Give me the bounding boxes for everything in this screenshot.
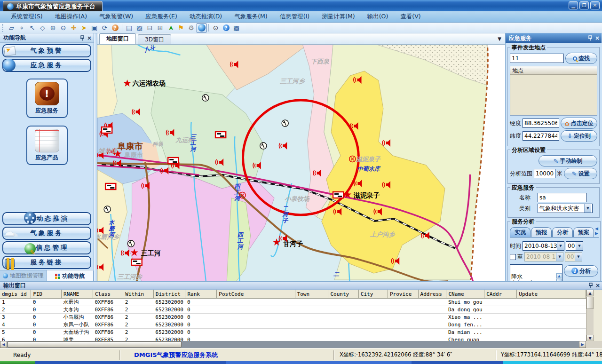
sidebar-item-top-0[interactable]: 气象预警 [2,44,91,57]
refresh-icon[interactable]: ⟳ [100,24,110,32]
minimize-button[interactable]: ▁ [569,1,578,9]
horizontal-scrollbar[interactable]: ◀ ▶ [0,341,602,348]
column-header-Town[interactable]: Town [295,290,328,299]
select-cursor-icon[interactable]: ↖ [27,24,37,32]
tab-map-view[interactable]: 地图窗口 [99,33,136,44]
menu-item-system[interactable]: 系统管理(S) [5,12,49,22]
layers-icon[interactable]: ▤ [124,24,134,32]
pin-icon[interactable] [588,35,593,41]
sidebar-item-bottom-1[interactable]: 气象服务 [2,227,91,240]
big-button-0[interactable]: !应急服务 [26,79,68,118]
chevron-down-icon[interactable]: ▼ [584,204,591,213]
close-panel-icon[interactable]: × [595,283,600,288]
sidebar-item-bottom-3[interactable]: 服务链接 [2,256,91,269]
scroll-left-icon[interactable]: ◀ [0,341,7,348]
scroll-down-icon[interactable]: ▼ [586,335,594,341]
scroll-thumb[interactable] [8,341,182,348]
help-icon[interactable] [221,24,231,32]
service-name-input[interactable] [538,193,587,202]
service-type-select[interactable]: 气象和洪水灾害 ▼ [538,204,593,213]
column-header-RNAME[interactable]: RNAME [62,290,93,299]
column-header-Provice[interactable]: Provice [388,290,418,299]
longitude-input[interactable] [523,119,559,128]
menu-item-view[interactable]: 查看(V) [394,12,427,22]
menu-item-dynamic-deduction[interactable]: 动态推演(D) [183,12,228,22]
column-header-City[interactable]: City [358,290,388,299]
sidebar-item-bottom-2[interactable]: 信息管理 [2,241,91,254]
menu-item-emergency-service[interactable]: 应急服务(E) [139,12,183,22]
deselect-icon[interactable]: ◇ [38,24,48,32]
chevron-down-icon[interactable]: ▼ [576,242,583,250]
menu-item-weather-service[interactable]: 气象服务(M) [228,12,274,22]
chevron-down-icon[interactable]: ▼ [557,242,564,250]
goto-location-button[interactable]: ⇩ 定位到 [561,130,597,142]
menu-item-info-management[interactable]: 信息管理(I) [274,12,316,22]
pan-icon[interactable]: ✚ [69,24,79,32]
column-header-PostCode[interactable]: PostCode [217,290,295,299]
column-header-County[interactable]: County [328,290,358,299]
table-row[interactable]: 30小马厩沟0XFF8626523020000Xiao ma ... [0,314,586,321]
scroll-right-icon[interactable]: ▶ [579,341,586,348]
column-header-Within[interactable]: Within [123,290,153,299]
tab-3d-view[interactable]: 3D窗口 [138,34,171,44]
north-arrow-icon[interactable]: ➤ [166,23,175,33]
export-map-icon[interactable]: ▨ [135,24,144,32]
date-select[interactable]: 2010-08-13 ▼ [523,241,564,251]
print-preview-icon[interactable]: ⊞ [155,24,165,32]
set-range-button[interactable]: ✎ 设置 [564,168,597,179]
vertical-scrollbar[interactable]: ▲ ▼ [586,290,594,341]
table-row[interactable]: 10水磨沟0XFF8626523020000Shui mo gou [0,299,586,306]
big-button-1[interactable]: 应急产品 [26,126,68,165]
table-row[interactable]: 20大冬沟0XFF8626523020000Da dong gou [0,306,586,314]
scroll-thumb[interactable] [586,297,594,309]
menu-item-map-ops[interactable]: 地图操作(A) [49,12,93,22]
tab-scroll-arrows[interactable]: ◀ ▶ [595,226,599,237]
column-header-FID[interactable]: FID [31,290,62,299]
column-header-dmgis_id[interactable]: dmgis_id [0,290,31,299]
tab-forecast[interactable]: 预报 [531,227,552,237]
settings-icon[interactable]: ⚙ [186,24,196,32]
globe-icon[interactable] [197,24,206,32]
menu-item-weather-warning[interactable]: 气象预警(W) [93,12,139,22]
pointer-icon[interactable]: ➤ [79,24,89,32]
range-input[interactable] [534,169,555,178]
zoom-out-icon[interactable]: ⊖ [58,24,68,32]
column-header-CAddr[interactable]: CAddr [484,290,517,299]
full-extent-icon[interactable]: ▣ [89,24,99,32]
click-locate-button[interactable]: ⌂ 点击定位 [561,118,597,129]
tab-analysis[interactable]: 分析 [552,227,573,237]
zoom-in-icon[interactable]: ⊕ [48,24,58,32]
sidebar-item-bottom-0[interactable]: 动态推演 [2,212,91,225]
column-header-District[interactable]: District [153,290,185,299]
sidebar-item-top-1[interactable]: 应急服务 [2,59,91,72]
latitude-input[interactable] [523,131,559,141]
menu-item-measure-calc[interactable]: 测量计算(M) [316,12,361,22]
column-header-Rank[interactable]: Rank [185,290,217,299]
close-button[interactable]: ✕ [590,1,600,9]
scroll-up-icon[interactable]: ▲ [586,290,594,296]
to-checkbox[interactable] [510,254,516,260]
search-button[interactable]: 查找 [565,53,597,64]
map-canvas[interactable]: 八斗六运湖农场三工河乡下西泉九运街阜康市种场城关镇阜康市滋泥泉子中葡水库小泉牧场… [97,45,505,281]
tab-plan[interactable]: 预案 [573,227,594,237]
start-button-edge[interactable] [0,361,35,364]
pin-icon[interactable] [80,35,85,41]
pin-icon[interactable] [588,283,593,288]
date2-select[interactable]: 2010-08-13 ▼ [524,252,563,261]
list-column-header[interactable]: 地点 [510,66,597,75]
tab-live[interactable]: 实况 [510,227,531,237]
element-list[interactable]: 降水 空气温度 ▲ [510,264,562,281]
placemark-icon[interactable]: ⚑ [176,24,186,32]
column-header-CName[interactable]: CName [446,290,484,299]
measure-icon[interactable]: ▱ [7,24,16,32]
exit-icon[interactable]: ▩ [231,24,241,32]
map-tab-dropdown-icon[interactable]: ▼ [498,36,501,41]
column-header-Address[interactable]: Address [418,290,446,299]
table-row[interactable]: 40东风一小队0XFF8626523020000Dong fen... [0,321,586,329]
location-result-list[interactable]: 地点 [510,66,597,116]
analyze-button[interactable]: 分析 [564,265,598,277]
restore-button[interactable]: ❐ [579,1,589,9]
identify-icon[interactable] [110,24,120,32]
menu-item-output[interactable]: 输出(O) [361,12,395,22]
close-panel-icon[interactable]: × [87,36,92,40]
